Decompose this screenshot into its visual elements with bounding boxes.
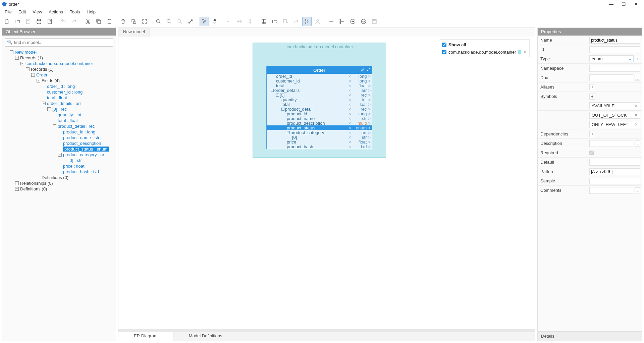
tree-toggle-icon[interactable]: −	[31, 73, 35, 77]
tree-field[interactable]: order_details : arr	[47, 101, 81, 106]
prop-comments-input[interactable]	[589, 187, 633, 194]
prop-default-input[interactable]	[589, 159, 640, 166]
tree-toggle-icon[interactable]: −	[42, 102, 46, 105]
search-input[interactable]	[5, 38, 113, 47]
entity-field-row[interactable]: quantity<int>	[267, 97, 372, 102]
list-icon[interactable]	[327, 17, 336, 26]
expand-icon[interactable]	[186, 17, 195, 26]
prop-required-checkbox[interactable]	[589, 151, 594, 155]
tree-field[interactable]: product_detail : rec	[58, 124, 95, 129]
add-alias-button[interactable]: +	[589, 84, 595, 90]
entity-field-row[interactable]: product_hash<fxd>	[267, 144, 372, 149]
tree-field[interactable]: product_name : str	[63, 135, 99, 140]
menu-actions[interactable]: Actions	[45, 9, 66, 15]
add-entity-icon[interactable]	[281, 17, 290, 26]
entity-field-row[interactable]: −[0]<rec>	[267, 93, 372, 97]
tree-toggle-icon[interactable]: −	[37, 79, 40, 82]
tree-toggle-icon[interactable]: −	[10, 50, 13, 54]
prop-type-select[interactable]: enum⌄	[589, 55, 634, 62]
tree-relationships[interactable]: Relationships (0)	[20, 181, 53, 186]
entity-field-row[interactable]: [0]<str>	[267, 135, 372, 139]
edit-icon[interactable]	[361, 68, 365, 73]
entity-field-row[interactable]: product_id<long>	[267, 111, 372, 116]
collapse-icon[interactable]: −	[287, 131, 290, 134]
entity-field-row[interactable]: price<float>	[267, 139, 372, 144]
new-file-icon[interactable]	[2, 17, 11, 26]
window-close-icon[interactable]: ✕	[634, 1, 638, 7]
symbol-item[interactable]: ONLY_FEW_LEFT✕	[589, 121, 640, 128]
paste-icon[interactable]	[105, 17, 114, 26]
prop-sample-input[interactable]	[589, 178, 640, 184]
move-down-icon[interactable]	[359, 17, 368, 26]
prop-namespace-input[interactable]	[589, 65, 640, 72]
entity-field-row[interactable]: product_description<multi>	[267, 121, 372, 125]
entity-field-row[interactable]: product_name<str>	[267, 116, 372, 121]
expand-entity-icon[interactable]	[367, 68, 371, 73]
tree-field[interactable]: price : float	[63, 164, 85, 169]
tree-field[interactable]: product_category : ar	[63, 152, 104, 157]
entity-field-row[interactable]: total<float>	[267, 102, 372, 107]
user-icon[interactable]	[313, 17, 322, 26]
copy-icon[interactable]	[94, 17, 103, 26]
window-maximize-icon[interactable]: ☐	[622, 1, 626, 7]
entity-field-row[interactable]: customer_id<long>	[267, 78, 372, 83]
model-tree[interactable]: −New model −Records (1) −com.hackolade.d…	[2, 49, 116, 341]
align-left-icon[interactable]	[224, 17, 233, 26]
window-minimize-icon[interactable]: —	[609, 1, 613, 7]
grid-icon[interactable]	[259, 17, 269, 26]
tree-field[interactable]: product_hash : fxd	[63, 169, 99, 174]
redo-icon[interactable]	[69, 17, 79, 26]
tree-toggle-icon[interactable]: −	[15, 56, 19, 60]
prop-doc-input[interactable]	[589, 74, 633, 81]
tree-field[interactable]: product_id : long	[63, 129, 95, 134]
entity-field-row[interactable]: −product_detail<rec>	[267, 107, 372, 111]
tree-fields[interactable]: Fields (4)	[42, 78, 60, 83]
doc-more-button[interactable]: …	[635, 75, 640, 81]
prop-pattern-input[interactable]	[589, 168, 640, 175]
tree-toggle-icon[interactable]: −	[58, 153, 62, 157]
zoom-out-icon[interactable]	[164, 17, 174, 26]
delete-icon[interactable]	[118, 17, 128, 26]
zoom-in-icon[interactable]	[154, 17, 163, 26]
add-container-icon[interactable]	[270, 17, 279, 26]
list-numbered-icon[interactable]	[337, 17, 347, 26]
open-folder-icon[interactable]	[13, 17, 22, 26]
remove-icon[interactable]: ✕	[634, 113, 638, 118]
remove-icon[interactable]: ✕	[634, 122, 638, 127]
cut-icon[interactable]	[83, 17, 93, 26]
save-layout-icon[interactable]	[370, 17, 379, 26]
tree-toggle-icon[interactable]: −	[26, 67, 30, 71]
tree-field[interactable]: order_id : long	[47, 84, 75, 89]
zoom-reset-icon[interactable]	[175, 17, 184, 26]
distribute-v-icon[interactable]	[246, 17, 255, 26]
distribute-h-icon[interactable]	[235, 17, 244, 26]
container-box[interactable]: com.hackolade.db.model.container Order o…	[253, 43, 386, 158]
tab-model-definitions[interactable]: Model Definitions	[173, 332, 238, 341]
tree-toggle-icon[interactable]: −	[47, 107, 51, 111]
menu-tools[interactable]: Tools	[66, 9, 83, 15]
fit-screen-icon[interactable]	[140, 17, 149, 26]
hand-tool-icon[interactable]	[210, 17, 220, 26]
tab-new-model[interactable]: New model	[118, 28, 150, 37]
comments-more-button[interactable]: …	[635, 187, 640, 193]
tree-toggle-icon[interactable]: +	[15, 187, 19, 191]
tree-toggle-icon[interactable]: −	[20, 62, 24, 65]
tree-records2[interactable]: Records (1)	[31, 67, 54, 72]
undo-icon[interactable]	[59, 17, 68, 26]
menu-file[interactable]: File	[1, 9, 15, 15]
menu-help[interactable]: Help	[83, 9, 99, 15]
tree-field[interactable]: [0] : rec	[52, 107, 67, 112]
tree-toggle-icon[interactable]: +	[15, 181, 19, 185]
link-icon[interactable]	[291, 17, 301, 26]
print-icon[interactable]	[34, 17, 44, 26]
tree-container[interactable]: com.hackolade.db.model.container	[25, 61, 93, 66]
entity-field-row[interactable]: −product_category<arr>	[267, 130, 372, 135]
add-symbol-button[interactable]: +	[589, 94, 595, 100]
tree-defs[interactable]: Definitions (0)	[42, 175, 68, 180]
tree-root[interactable]: New model	[15, 50, 37, 55]
tree-field-selected[interactable]: product_status : enum	[63, 147, 109, 152]
tree-field[interactable]: quantity : int	[58, 112, 81, 117]
tree-order[interactable]: Order	[36, 72, 47, 77]
tree-toggle-icon[interactable]: −	[53, 124, 56, 128]
entity-field-row[interactable]: order_id<long>	[267, 74, 372, 78]
